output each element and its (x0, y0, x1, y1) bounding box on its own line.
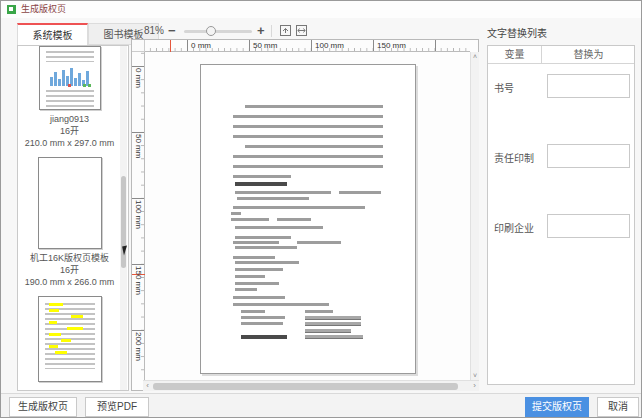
scroll-left-arrow[interactable]: ‹ (143, 381, 152, 391)
replace-row-responsible-printer: 责任印制 (488, 134, 634, 204)
page-text-line (233, 165, 383, 168)
ruler-cursor-marker-x (170, 40, 171, 52)
page-text-line (231, 218, 269, 221)
template-item-2[interactable]: 机工16K版权页模板16开190.0 mm x 266.0 mm (18, 157, 121, 288)
yellow-highlight (55, 351, 67, 354)
yellow-highlight (67, 327, 83, 330)
page-text-line (241, 316, 285, 319)
variable-label-printing-company: 印刷企业 (494, 220, 534, 235)
document-viewport[interactable] (145, 52, 470, 380)
variable-label-responsible-printer: 责任印制 (494, 150, 534, 165)
page-text-line (233, 206, 365, 209)
template-list-panel: jiang091316开210.0 mm x 297.0 mm机工16K版权页模… (17, 45, 129, 391)
page-text-line (233, 155, 383, 158)
page-text-line (233, 115, 383, 118)
column-replace-with: 替换为 (542, 46, 635, 64)
vruler-label: 150 mm (134, 266, 143, 295)
footer-bar: 生成版权页 预览PDF 提交版权页 取消 (1, 393, 642, 418)
page-text-line (231, 212, 241, 215)
copyright-page-preview (200, 64, 416, 374)
preview-canvas: 0 mm50 mm100 mm150 mm 0 mm50 mm100 mm150… (131, 39, 479, 391)
yellow-highlight (49, 309, 59, 312)
zoom-out-button[interactable]: − (168, 23, 176, 38)
hscroll-thumb[interactable] (153, 383, 458, 390)
yellow-highlight (71, 315, 83, 318)
titlebar: 生成版权页 (1, 1, 641, 18)
tab-system-templates[interactable]: 系统模板 (17, 23, 88, 45)
page-text-line (235, 226, 323, 229)
scroll-right-arrow[interactable]: › (470, 381, 479, 391)
thumb-bar-chart (50, 64, 92, 86)
page-text-line (233, 241, 279, 244)
template-list-scrollbar[interactable] (120, 46, 127, 390)
green-marker (83, 84, 86, 87)
page-text-line (233, 296, 285, 299)
zoom-in-button[interactable]: + (257, 23, 265, 38)
page-text-line (233, 135, 383, 138)
vruler-label: 200 mm (134, 332, 143, 361)
page-text-line (305, 316, 361, 320)
toolbar-separator (271, 25, 272, 37)
green-marker (88, 84, 91, 87)
template-thumbnail-blank-page[interactable] (38, 157, 102, 249)
yellow-highlight (49, 345, 58, 348)
page-text-line (241, 335, 287, 339)
page-text-line (339, 191, 381, 194)
replace-table-header: 变量 替换为 (488, 46, 634, 64)
replace-table: 变量 替换为 书号责任印制印刷企业 (487, 45, 635, 385)
replace-input-book-number[interactable] (547, 74, 630, 98)
scroll-down-arrow[interactable]: ˅ (471, 371, 479, 380)
scroll-up-arrow[interactable]: ˄ (471, 52, 479, 61)
page-text-line (235, 288, 257, 291)
replace-input-printing-company[interactable] (547, 214, 630, 238)
page-text-line (235, 191, 331, 194)
vruler-label: 100 mm (134, 200, 143, 229)
page-text-line (305, 322, 361, 326)
yellow-highlight (49, 333, 61, 336)
page-text-line (245, 105, 383, 108)
fit-width-icon[interactable] (295, 24, 308, 37)
page-text-line (235, 282, 279, 285)
page-text-line (305, 310, 333, 313)
template-thumbnail-document-with-highlights[interactable] (38, 296, 102, 382)
cancel-button[interactable]: 取消 (597, 397, 639, 417)
horizontal-scrollbar[interactable]: ‹ › (143, 380, 479, 391)
replace-row-book-number: 书号 (488, 64, 634, 134)
page-text-line (233, 175, 291, 178)
template-caption: 机工16K版权页模板16开190.0 mm x 266.0 mm (18, 252, 121, 288)
hruler-label: 0 mm (191, 41, 211, 50)
hruler-label: 150 mm (377, 41, 406, 50)
template-item-3[interactable] (18, 296, 121, 382)
page-text-line (297, 241, 341, 244)
generate-copyright-page-button[interactable]: 生成版权页 (9, 397, 77, 417)
thumb-text-lines (45, 303, 95, 369)
page-text-line (235, 182, 287, 186)
page-text-line (241, 310, 265, 313)
yellow-highlight (49, 303, 63, 306)
template-thumbnail-document-with-chart[interactable] (39, 46, 101, 110)
fit-page-icon[interactable] (279, 24, 292, 37)
preview-pdf-button[interactable]: 预览PDF (85, 397, 149, 417)
vertical-scrollbar[interactable]: ˄ ˅ (470, 52, 479, 380)
replace-input-responsible-printer[interactable] (547, 144, 630, 168)
zoom-slider-thumb[interactable] (206, 26, 216, 36)
page-text-line (235, 275, 265, 278)
page-text-line (237, 197, 309, 200)
page-text-line (235, 261, 299, 264)
zoom-slider[interactable] (184, 30, 252, 33)
vruler-label: 50 mm (134, 134, 143, 158)
yellow-highlight (49, 321, 57, 324)
page-text-line (233, 303, 329, 306)
variable-label-book-number: 书号 (494, 80, 514, 95)
page-text-line (245, 145, 383, 148)
page-text-line (235, 268, 283, 271)
replace-list-title: 文字替换列表 (487, 25, 547, 40)
template-item-1[interactable]: jiang091316开210.0 mm x 297.0 mm (18, 46, 121, 149)
submit-copyright-page-button[interactable]: 提交版权页 (525, 397, 589, 417)
window-title: 生成版权页 (21, 3, 66, 16)
vruler-label: 0 mm (134, 68, 143, 88)
page-text-line (235, 246, 297, 249)
hruler-label: 100 mm (315, 41, 344, 50)
vertical-ruler: 0 mm50 mm100 mm150 mm200 mm (132, 52, 145, 380)
thumb-text-lines (46, 90, 94, 110)
